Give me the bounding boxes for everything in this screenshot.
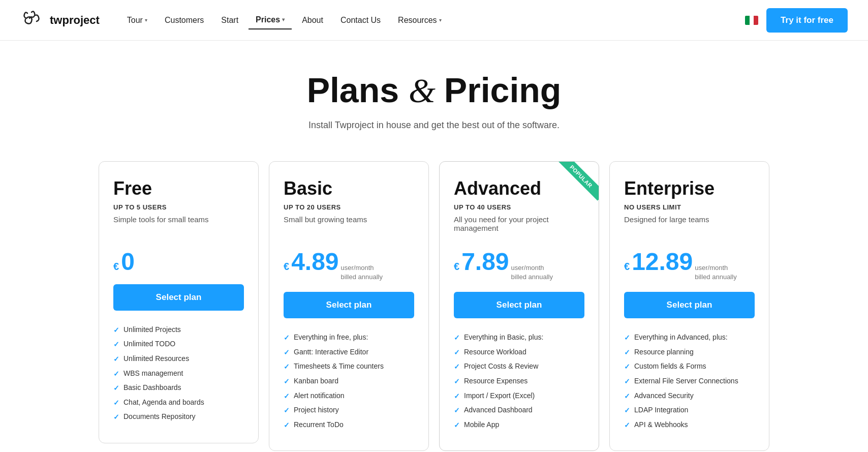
plan-name-enterprise: Enterprise bbox=[624, 178, 755, 199]
page-title: Plans & Pricing bbox=[99, 71, 769, 110]
check-icon: ✓ bbox=[113, 354, 119, 365]
list-item: ✓External File Server Connections bbox=[624, 376, 755, 387]
list-item: ✓Advanced Security bbox=[624, 391, 755, 402]
page-subtitle: Install Twproject in house and get the b… bbox=[99, 120, 769, 131]
nav-customers[interactable]: Customers bbox=[158, 12, 211, 29]
header-right: Try it for free bbox=[745, 8, 848, 33]
plan-users-basic: UP TO 20 USERS bbox=[284, 203, 414, 211]
check-icon: ✓ bbox=[284, 377, 290, 387]
list-item: ✓Unlimited Resources bbox=[113, 354, 244, 365]
list-item: ✓Recurrent ToDo bbox=[284, 420, 414, 431]
select-plan-enterprise[interactable]: Select plan bbox=[624, 292, 755, 318]
plan-desc-basic: Small but growing teams bbox=[284, 215, 414, 237]
list-item: ✓Gantt: Interactive Editor bbox=[284, 347, 414, 358]
nav-tour[interactable]: Tour ▾ bbox=[120, 12, 154, 29]
check-icon: ✓ bbox=[454, 391, 460, 402]
flag-italy[interactable] bbox=[745, 16, 758, 25]
plan-price-basic: € 4.89 user/monthbilled annually bbox=[284, 250, 414, 282]
list-item: ✓WBS management bbox=[113, 369, 244, 379]
list-item: ✓Everything in Advanced, plus: bbox=[624, 333, 755, 343]
nav-resources[interactable]: Resources ▾ bbox=[391, 12, 448, 29]
list-item: ✓Project Costs & Review bbox=[454, 361, 584, 372]
check-icon: ✓ bbox=[624, 420, 630, 431]
list-item: ✓Project history bbox=[284, 405, 414, 416]
check-icon: ✓ bbox=[284, 348, 290, 358]
feature-list-basic: ✓Everything in free, plus: ✓Gantt: Inter… bbox=[284, 333, 414, 430]
price-amount-free: 0 bbox=[121, 250, 135, 274]
plan-desc-free: Simple tools for small teams bbox=[113, 215, 244, 237]
check-icon: ✓ bbox=[113, 412, 119, 423]
check-icon: ✓ bbox=[454, 333, 460, 343]
plan-name-free: Free bbox=[113, 178, 244, 199]
plan-card-basic: Basic UP TO 20 USERS Small but growing t… bbox=[269, 161, 429, 451]
price-amount-basic: 4.89 bbox=[291, 250, 338, 274]
nav-contact[interactable]: Contact Us bbox=[333, 12, 388, 29]
plan-price-enterprise: € 12.89 user/monthbilled annually bbox=[624, 250, 755, 282]
select-plan-advanced[interactable]: Select plan bbox=[454, 292, 584, 318]
check-icon: ✓ bbox=[284, 391, 290, 402]
feature-list-free: ✓Unlimited Projects ✓Unlimited TODO ✓Unl… bbox=[113, 325, 244, 423]
plan-card-advanced: POPULAR Advanced UP TO 40 USERS All you … bbox=[439, 161, 599, 451]
list-item: ✓Unlimited Projects bbox=[113, 325, 244, 336]
list-item: ✓Mobile App bbox=[454, 420, 584, 431]
logo-text: twproject bbox=[50, 14, 100, 27]
plan-card-free: Free UP TO 5 USERS Simple tools for smal… bbox=[99, 161, 259, 443]
chevron-down-icon: ▾ bbox=[145, 17, 147, 23]
nav-about[interactable]: About bbox=[295, 12, 330, 29]
try-free-button[interactable]: Try it for free bbox=[766, 8, 848, 33]
list-item: ✓Timesheets & Time counters bbox=[284, 361, 414, 372]
plan-users-enterprise: NO USERS LIMIT bbox=[624, 203, 755, 211]
list-item: ✓Chat, Agenda and boards bbox=[113, 398, 244, 408]
list-item: ✓Everything in free, plus: bbox=[284, 333, 414, 343]
check-icon: ✓ bbox=[454, 348, 460, 358]
nav-prices[interactable]: Prices ▾ bbox=[249, 11, 292, 29]
price-period-basic: user/monthbilled annually bbox=[341, 263, 383, 282]
main-nav: Tour ▾ Customers Start Prices ▾ About Co… bbox=[120, 11, 745, 29]
plan-name-basic: Basic bbox=[284, 178, 414, 199]
feature-list-advanced: ✓Everything in Basic, plus: ✓Resource Wo… bbox=[454, 333, 584, 430]
chevron-down-icon: ▾ bbox=[439, 17, 442, 23]
list-item: ✓Resource Expenses bbox=[454, 376, 584, 387]
header: twproject Tour ▾ Customers Start Prices … bbox=[0, 0, 868, 41]
nav-start[interactable]: Start bbox=[214, 12, 245, 29]
check-icon: ✓ bbox=[624, 362, 630, 372]
plan-users-free: UP TO 5 USERS bbox=[113, 203, 244, 211]
logo[interactable]: twproject bbox=[20, 8, 100, 33]
check-icon: ✓ bbox=[454, 362, 460, 372]
list-item: ✓Resource planning bbox=[624, 347, 755, 358]
list-item: ✓Everything in Basic, plus: bbox=[454, 333, 584, 343]
select-plan-free[interactable]: Select plan bbox=[113, 284, 244, 311]
plan-price-advanced: € 7.89 user/monthbilled annually bbox=[454, 250, 584, 282]
check-icon: ✓ bbox=[624, 377, 630, 387]
price-period-advanced: user/monthbilled annually bbox=[511, 263, 553, 282]
check-icon: ✓ bbox=[284, 333, 290, 343]
check-icon: ✓ bbox=[454, 406, 460, 416]
check-icon: ✓ bbox=[624, 406, 630, 416]
check-icon: ✓ bbox=[454, 420, 460, 431]
list-item: ✓Custom fields & Forms bbox=[624, 361, 755, 372]
price-currency-advanced: € bbox=[454, 261, 459, 273]
popular-badge-label: POPULAR bbox=[557, 162, 599, 201]
plan-price-free: € 0 bbox=[113, 250, 244, 274]
list-item: ✓Import / Export (Excel) bbox=[454, 391, 584, 402]
list-item: ✓Documents Repository bbox=[113, 412, 244, 423]
main-content: Plans & Pricing Install Twproject in hou… bbox=[78, 41, 790, 452]
check-icon: ✓ bbox=[113, 325, 119, 336]
check-icon: ✓ bbox=[284, 406, 290, 416]
list-item: ✓Resource Workload bbox=[454, 347, 584, 358]
plan-desc-enterprise: Designed for large teams bbox=[624, 215, 755, 237]
chevron-down-icon: ▾ bbox=[282, 17, 285, 22]
logo-icon bbox=[20, 8, 45, 33]
check-icon: ✓ bbox=[284, 362, 290, 372]
price-amount-advanced: 7.89 bbox=[461, 250, 509, 274]
popular-badge: POPULAR bbox=[553, 162, 599, 207]
price-currency-enterprise: € bbox=[624, 261, 630, 273]
list-item: ✓Unlimited TODO bbox=[113, 339, 244, 350]
list-item: ✓LDAP Integration bbox=[624, 405, 755, 416]
select-plan-basic[interactable]: Select plan bbox=[284, 292, 414, 318]
list-item: ✓Alert notification bbox=[284, 391, 414, 402]
check-icon: ✓ bbox=[284, 420, 290, 431]
feature-list-enterprise: ✓Everything in Advanced, plus: ✓Resource… bbox=[624, 333, 755, 430]
price-currency-free: € bbox=[113, 261, 119, 273]
check-icon: ✓ bbox=[624, 391, 630, 402]
